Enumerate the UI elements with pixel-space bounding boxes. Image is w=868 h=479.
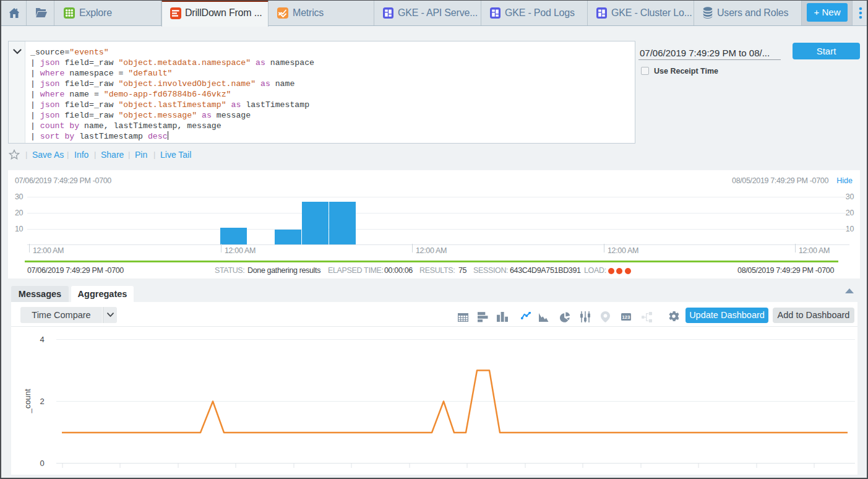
svg-text:123: 123 (622, 314, 630, 320)
svg-text:_count: _count (23, 389, 32, 413)
svg-text:0: 0 (40, 459, 44, 468)
svg-text:2: 2 (40, 397, 44, 406)
svg-text:4: 4 (40, 335, 44, 344)
